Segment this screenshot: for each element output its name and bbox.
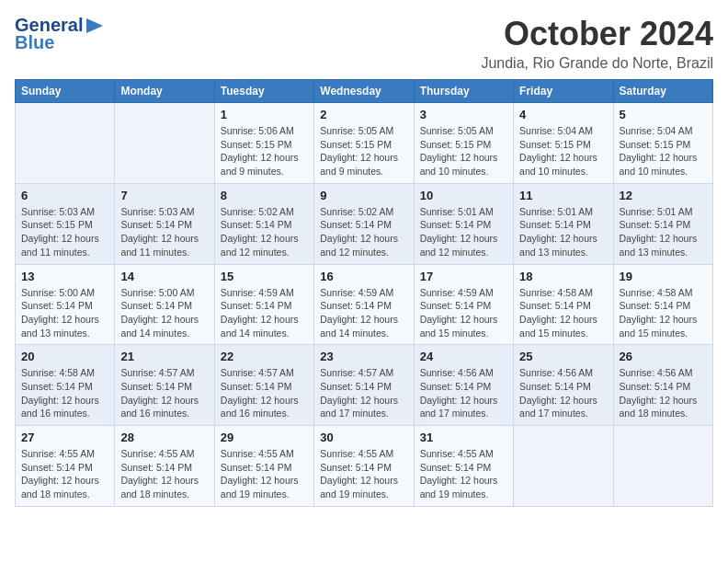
page-header: General Blue October 2024 Jundia, Rio Gr…	[15, 15, 713, 72]
day-info: Sunrise: 5:04 AMSunset: 5:15 PMDaylight:…	[620, 124, 707, 178]
day-number: 12	[620, 189, 707, 202]
calendar-cell: 24Sunrise: 4:56 AMSunset: 5:14 PMDayligh…	[414, 345, 513, 426]
day-info: Sunrise: 4:58 AMSunset: 5:14 PMDaylight:…	[21, 366, 108, 420]
day-info: Sunrise: 5:03 AMSunset: 5:15 PMDaylight:…	[21, 205, 108, 259]
day-info: Sunrise: 4:59 AMSunset: 5:14 PMDaylight:…	[221, 286, 308, 340]
day-info: Sunrise: 5:05 AMSunset: 5:15 PMDaylight:…	[320, 124, 407, 178]
day-number: 1	[221, 108, 308, 121]
day-number: 25	[519, 350, 607, 363]
day-number: 9	[320, 189, 407, 202]
day-number: 20	[21, 350, 108, 363]
day-number: 8	[221, 189, 308, 202]
day-info: Sunrise: 5:06 AMSunset: 5:15 PMDaylight:…	[221, 124, 308, 178]
calendar-cell: 30Sunrise: 4:55 AMSunset: 5:14 PMDayligh…	[314, 426, 414, 507]
weekday-header: Tuesday	[214, 80, 313, 103]
calendar-cell: 20Sunrise: 4:58 AMSunset: 5:14 PMDayligh…	[16, 345, 115, 426]
day-number: 30	[320, 431, 407, 444]
day-number: 10	[420, 189, 507, 202]
day-info: Sunrise: 5:01 AMSunset: 5:14 PMDaylight:…	[620, 205, 707, 259]
day-info: Sunrise: 4:55 AMSunset: 5:14 PMDaylight:…	[320, 447, 407, 501]
day-info: Sunrise: 5:01 AMSunset: 5:14 PMDaylight:…	[420, 205, 507, 259]
calendar-cell: 6Sunrise: 5:03 AMSunset: 5:15 PMDaylight…	[16, 183, 115, 264]
day-info: Sunrise: 5:05 AMSunset: 5:15 PMDaylight:…	[420, 124, 507, 178]
calendar-cell: 7Sunrise: 5:03 AMSunset: 5:14 PMDaylight…	[115, 183, 214, 264]
day-info: Sunrise: 4:58 AMSunset: 5:14 PMDaylight:…	[519, 286, 607, 340]
calendar-cell: 10Sunrise: 5:01 AMSunset: 5:14 PMDayligh…	[414, 183, 513, 264]
calendar-cell: 26Sunrise: 4:56 AMSunset: 5:14 PMDayligh…	[613, 345, 712, 426]
calendar-cell: 18Sunrise: 4:58 AMSunset: 5:14 PMDayligh…	[514, 264, 613, 345]
day-info: Sunrise: 4:56 AMSunset: 5:14 PMDaylight:…	[620, 366, 707, 420]
day-info: Sunrise: 4:59 AMSunset: 5:14 PMDaylight:…	[320, 286, 407, 340]
calendar-cell: 11Sunrise: 5:01 AMSunset: 5:14 PMDayligh…	[514, 183, 613, 264]
calendar-cell: 19Sunrise: 4:58 AMSunset: 5:14 PMDayligh…	[613, 264, 712, 345]
calendar-cell: 8Sunrise: 5:02 AMSunset: 5:14 PMDaylight…	[214, 183, 313, 264]
day-info: Sunrise: 5:01 AMSunset: 5:14 PMDaylight:…	[519, 205, 607, 259]
calendar-cell: 23Sunrise: 4:57 AMSunset: 5:14 PMDayligh…	[314, 345, 414, 426]
calendar-cell: 1Sunrise: 5:06 AMSunset: 5:15 PMDaylight…	[214, 103, 313, 184]
calendar-week-row: 6Sunrise: 5:03 AMSunset: 5:15 PMDaylight…	[16, 183, 713, 264]
weekday-header: Wednesday	[314, 80, 414, 103]
day-info: Sunrise: 5:04 AMSunset: 5:15 PMDaylight:…	[519, 124, 607, 178]
weekday-header: Friday	[514, 80, 613, 103]
calendar-cell: 16Sunrise: 4:59 AMSunset: 5:14 PMDayligh…	[314, 264, 414, 345]
day-info: Sunrise: 4:56 AMSunset: 5:14 PMDaylight:…	[519, 366, 607, 420]
day-number: 31	[420, 431, 507, 444]
day-number: 2	[320, 108, 407, 121]
day-number: 16	[320, 270, 407, 283]
calendar-cell	[613, 426, 712, 507]
day-info: Sunrise: 4:55 AMSunset: 5:14 PMDaylight:…	[21, 447, 108, 501]
day-number: 21	[120, 350, 208, 363]
day-number: 4	[519, 108, 607, 121]
day-info: Sunrise: 5:00 AMSunset: 5:14 PMDaylight:…	[120, 286, 208, 340]
day-number: 24	[420, 350, 507, 363]
month-title: October 2024	[481, 15, 713, 53]
weekday-header: Thursday	[414, 80, 513, 103]
calendar-cell: 22Sunrise: 4:57 AMSunset: 5:14 PMDayligh…	[214, 345, 313, 426]
day-info: Sunrise: 4:55 AMSunset: 5:14 PMDaylight:…	[120, 447, 208, 501]
calendar-cell: 15Sunrise: 4:59 AMSunset: 5:14 PMDayligh…	[214, 264, 313, 345]
day-info: Sunrise: 5:00 AMSunset: 5:14 PMDaylight:…	[21, 286, 108, 340]
calendar-cell: 28Sunrise: 4:55 AMSunset: 5:14 PMDayligh…	[115, 426, 214, 507]
day-info: Sunrise: 4:57 AMSunset: 5:14 PMDaylight:…	[120, 366, 208, 420]
day-number: 17	[420, 270, 507, 283]
calendar-week-row: 20Sunrise: 4:58 AMSunset: 5:14 PMDayligh…	[16, 345, 713, 426]
calendar-cell: 5Sunrise: 5:04 AMSunset: 5:15 PMDaylight…	[613, 103, 712, 184]
calendar-cell: 21Sunrise: 4:57 AMSunset: 5:14 PMDayligh…	[115, 345, 214, 426]
calendar-cell: 29Sunrise: 4:55 AMSunset: 5:14 PMDayligh…	[214, 426, 313, 507]
calendar-cell	[115, 103, 214, 184]
day-number: 26	[620, 350, 707, 363]
day-number: 11	[519, 189, 607, 202]
day-number: 22	[221, 350, 308, 363]
day-number: 28	[120, 431, 208, 444]
day-number: 19	[620, 270, 707, 283]
day-info: Sunrise: 4:57 AMSunset: 5:14 PMDaylight:…	[320, 366, 407, 420]
title-area: October 2024 Jundia, Rio Grande do Norte…	[481, 15, 713, 72]
calendar-cell: 4Sunrise: 5:04 AMSunset: 5:15 PMDaylight…	[514, 103, 613, 184]
day-number: 5	[620, 108, 707, 121]
calendar-cell: 2Sunrise: 5:05 AMSunset: 5:15 PMDaylight…	[314, 103, 414, 184]
day-info: Sunrise: 4:56 AMSunset: 5:14 PMDaylight:…	[420, 366, 507, 420]
day-info: Sunrise: 5:02 AMSunset: 5:14 PMDaylight:…	[221, 205, 308, 259]
calendar-week-row: 27Sunrise: 4:55 AMSunset: 5:14 PMDayligh…	[16, 426, 713, 507]
weekday-header: Sunday	[16, 80, 115, 103]
day-number: 3	[420, 108, 507, 121]
day-number: 15	[221, 270, 308, 283]
day-number: 13	[21, 270, 108, 283]
day-info: Sunrise: 4:59 AMSunset: 5:14 PMDaylight:…	[420, 286, 507, 340]
weekday-header: Saturday	[613, 80, 712, 103]
day-info: Sunrise: 4:55 AMSunset: 5:14 PMDaylight:…	[420, 447, 507, 501]
day-number: 23	[320, 350, 407, 363]
day-info: Sunrise: 5:03 AMSunset: 5:14 PMDaylight:…	[120, 205, 208, 259]
calendar-cell: 27Sunrise: 4:55 AMSunset: 5:14 PMDayligh…	[16, 426, 115, 507]
calendar-cell: 13Sunrise: 5:00 AMSunset: 5:14 PMDayligh…	[16, 264, 115, 345]
logo: General Blue	[15, 15, 105, 53]
weekday-header: Monday	[115, 80, 214, 103]
calendar-cell: 17Sunrise: 4:59 AMSunset: 5:14 PMDayligh…	[414, 264, 513, 345]
calendar-table: SundayMondayTuesdayWednesdayThursdayFrid…	[15, 79, 713, 507]
day-info: Sunrise: 4:58 AMSunset: 5:14 PMDaylight:…	[620, 286, 707, 340]
calendar-cell	[16, 103, 115, 184]
location-title: Jundia, Rio Grande do Norte, Brazil	[481, 55, 713, 72]
day-number: 6	[21, 189, 108, 202]
day-number: 27	[21, 431, 108, 444]
svg-marker-0	[86, 18, 103, 33]
